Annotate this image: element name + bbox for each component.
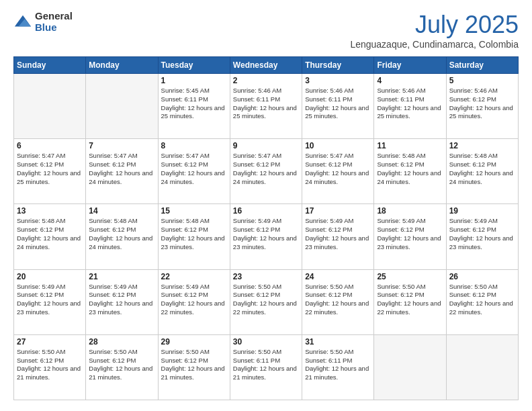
day-number: 28 [89, 337, 154, 347]
day-number: 31 [305, 337, 371, 347]
calendar-cell: 20Sunrise: 5:49 AM Sunset: 6:12 PM Dayli… [14, 269, 86, 334]
calendar-cell: 18Sunrise: 5:49 AM Sunset: 6:12 PM Dayli… [374, 204, 446, 269]
day-info: Sunrise: 5:48 AM Sunset: 6:12 PM Dayligh… [17, 217, 83, 251]
calendar-cell: 14Sunrise: 5:48 AM Sunset: 6:12 PM Dayli… [86, 204, 158, 269]
day-info: Sunrise: 5:49 AM Sunset: 6:12 PM Dayligh… [377, 217, 443, 251]
calendar-cell: 7Sunrise: 5:47 AM Sunset: 6:12 PM Daylig… [86, 139, 158, 204]
day-number: 4 [377, 76, 443, 85]
day-number: 19 [449, 206, 515, 216]
day-number: 23 [233, 272, 299, 281]
day-number: 11 [377, 141, 443, 150]
day-info: Sunrise: 5:47 AM Sunset: 6:12 PM Dayligh… [17, 152, 83, 186]
calendar-cell [14, 74, 86, 139]
calendar-cell: 27Sunrise: 5:50 AM Sunset: 6:12 PM Dayli… [14, 334, 86, 400]
day-number: 12 [449, 141, 515, 150]
day-info: Sunrise: 5:50 AM Sunset: 6:12 PM Dayligh… [17, 348, 83, 382]
calendar-cell: 9Sunrise: 5:47 AM Sunset: 6:12 PM Daylig… [230, 139, 302, 204]
day-number: 2 [233, 76, 299, 85]
calendar-cell: 4Sunrise: 5:46 AM Sunset: 6:11 PM Daylig… [374, 74, 446, 139]
day-info: Sunrise: 5:50 AM Sunset: 6:12 PM Dayligh… [305, 283, 371, 317]
day-info: Sunrise: 5:46 AM Sunset: 6:11 PM Dayligh… [233, 87, 299, 121]
calendar-cell: 13Sunrise: 5:48 AM Sunset: 6:12 PM Dayli… [14, 204, 86, 269]
day-number: 13 [17, 206, 83, 216]
calendar-cell: 28Sunrise: 5:50 AM Sunset: 6:12 PM Dayli… [86, 334, 158, 400]
calendar-header-tuesday: Tuesday [158, 57, 230, 74]
location: Lenguazaque, Cundinamarca, Colombia [350, 39, 519, 50]
calendar-cell: 11Sunrise: 5:48 AM Sunset: 6:12 PM Dayli… [374, 139, 446, 204]
calendar-cell: 25Sunrise: 5:50 AM Sunset: 6:12 PM Dayli… [374, 269, 446, 334]
calendar-cell: 21Sunrise: 5:49 AM Sunset: 6:12 PM Dayli… [86, 269, 158, 334]
calendar-week-row: 13Sunrise: 5:48 AM Sunset: 6:12 PM Dayli… [14, 204, 519, 269]
calendar-header-row: SundayMondayTuesdayWednesdayThursdayFrid… [14, 57, 519, 74]
day-info: Sunrise: 5:49 AM Sunset: 6:12 PM Dayligh… [449, 217, 515, 251]
calendar-header-saturday: Saturday [446, 57, 518, 74]
calendar-cell: 8Sunrise: 5:47 AM Sunset: 6:12 PM Daylig… [158, 139, 230, 204]
day-number: 15 [161, 206, 227, 216]
calendar-cell: 17Sunrise: 5:49 AM Sunset: 6:12 PM Dayli… [302, 204, 374, 269]
title-block: July 2025 Lenguazaque, Cundinamarca, Col… [350, 11, 519, 50]
day-info: Sunrise: 5:46 AM Sunset: 6:11 PM Dayligh… [377, 87, 443, 121]
day-number: 8 [161, 141, 227, 150]
calendar-cell: 22Sunrise: 5:49 AM Sunset: 6:12 PM Dayli… [158, 269, 230, 334]
day-info: Sunrise: 5:47 AM Sunset: 6:12 PM Dayligh… [89, 152, 154, 186]
day-info: Sunrise: 5:46 AM Sunset: 6:11 PM Dayligh… [305, 87, 371, 121]
day-number: 5 [449, 76, 515, 85]
day-number: 10 [305, 141, 371, 150]
day-number: 16 [233, 206, 299, 216]
day-info: Sunrise: 5:49 AM Sunset: 6:12 PM Dayligh… [89, 283, 154, 317]
calendar-cell: 10Sunrise: 5:47 AM Sunset: 6:12 PM Dayli… [302, 139, 374, 204]
calendar-cell: 6Sunrise: 5:47 AM Sunset: 6:12 PM Daylig… [14, 139, 86, 204]
calendar-cell: 3Sunrise: 5:46 AM Sunset: 6:11 PM Daylig… [302, 74, 374, 139]
day-info: Sunrise: 5:49 AM Sunset: 6:12 PM Dayligh… [233, 217, 299, 251]
calendar-cell [446, 334, 518, 400]
day-info: Sunrise: 5:49 AM Sunset: 6:12 PM Dayligh… [161, 283, 227, 317]
day-info: Sunrise: 5:46 AM Sunset: 6:12 PM Dayligh… [449, 87, 515, 121]
calendar-header-wednesday: Wednesday [230, 57, 302, 74]
calendar-header-sunday: Sunday [14, 57, 86, 74]
calendar-cell: 26Sunrise: 5:50 AM Sunset: 6:12 PM Dayli… [446, 269, 518, 334]
calendar-cell: 30Sunrise: 5:50 AM Sunset: 6:11 PM Dayli… [230, 334, 302, 400]
day-info: Sunrise: 5:45 AM Sunset: 6:11 PM Dayligh… [161, 87, 227, 121]
calendar-cell: 1Sunrise: 5:45 AM Sunset: 6:11 PM Daylig… [158, 74, 230, 139]
day-info: Sunrise: 5:48 AM Sunset: 6:12 PM Dayligh… [161, 217, 227, 251]
day-info: Sunrise: 5:49 AM Sunset: 6:12 PM Dayligh… [17, 283, 83, 317]
day-number: 7 [89, 141, 154, 150]
calendar-cell [86, 74, 158, 139]
day-number: 20 [17, 272, 83, 281]
logo-blue-text: Blue [35, 22, 73, 34]
day-info: Sunrise: 5:50 AM Sunset: 6:12 PM Dayligh… [233, 283, 299, 317]
calendar-week-row: 27Sunrise: 5:50 AM Sunset: 6:12 PM Dayli… [14, 334, 519, 400]
day-info: Sunrise: 5:50 AM Sunset: 6:12 PM Dayligh… [89, 348, 154, 382]
day-info: Sunrise: 5:50 AM Sunset: 6:11 PM Dayligh… [233, 348, 299, 382]
day-number: 26 [449, 272, 515, 281]
calendar-cell [374, 334, 446, 400]
day-info: Sunrise: 5:50 AM Sunset: 6:12 PM Dayligh… [377, 283, 443, 317]
day-number: 21 [89, 272, 154, 281]
calendar-cell: 31Sunrise: 5:50 AM Sunset: 6:11 PM Dayli… [302, 334, 374, 400]
day-info: Sunrise: 5:49 AM Sunset: 6:12 PM Dayligh… [305, 217, 371, 251]
logo-icon [13, 13, 32, 32]
day-number: 1 [161, 76, 227, 85]
month-title: July 2025 [350, 11, 519, 39]
calendar-cell: 23Sunrise: 5:50 AM Sunset: 6:12 PM Dayli… [230, 269, 302, 334]
day-number: 14 [89, 206, 154, 216]
calendar-header-thursday: Thursday [302, 57, 374, 74]
calendar-cell: 29Sunrise: 5:50 AM Sunset: 6:12 PM Dayli… [158, 334, 230, 400]
calendar-cell: 24Sunrise: 5:50 AM Sunset: 6:12 PM Dayli… [302, 269, 374, 334]
day-number: 24 [305, 272, 371, 281]
day-info: Sunrise: 5:47 AM Sunset: 6:12 PM Dayligh… [233, 152, 299, 186]
calendar-cell: 12Sunrise: 5:48 AM Sunset: 6:12 PM Dayli… [446, 139, 518, 204]
day-number: 17 [305, 206, 371, 216]
calendar: SundayMondayTuesdayWednesdayThursdayFrid… [13, 56, 519, 400]
day-info: Sunrise: 5:50 AM Sunset: 6:11 PM Dayligh… [305, 348, 371, 382]
day-info: Sunrise: 5:48 AM Sunset: 6:12 PM Dayligh… [89, 217, 154, 251]
day-number: 25 [377, 272, 443, 281]
calendar-cell: 15Sunrise: 5:48 AM Sunset: 6:12 PM Dayli… [158, 204, 230, 269]
day-number: 3 [305, 76, 371, 85]
logo-general-text: General [35, 11, 73, 22]
day-info: Sunrise: 5:50 AM Sunset: 6:12 PM Dayligh… [449, 283, 515, 317]
day-number: 30 [233, 337, 299, 347]
calendar-header-monday: Monday [86, 57, 158, 74]
day-info: Sunrise: 5:47 AM Sunset: 6:12 PM Dayligh… [305, 152, 371, 186]
day-info: Sunrise: 5:50 AM Sunset: 6:12 PM Dayligh… [161, 348, 227, 382]
